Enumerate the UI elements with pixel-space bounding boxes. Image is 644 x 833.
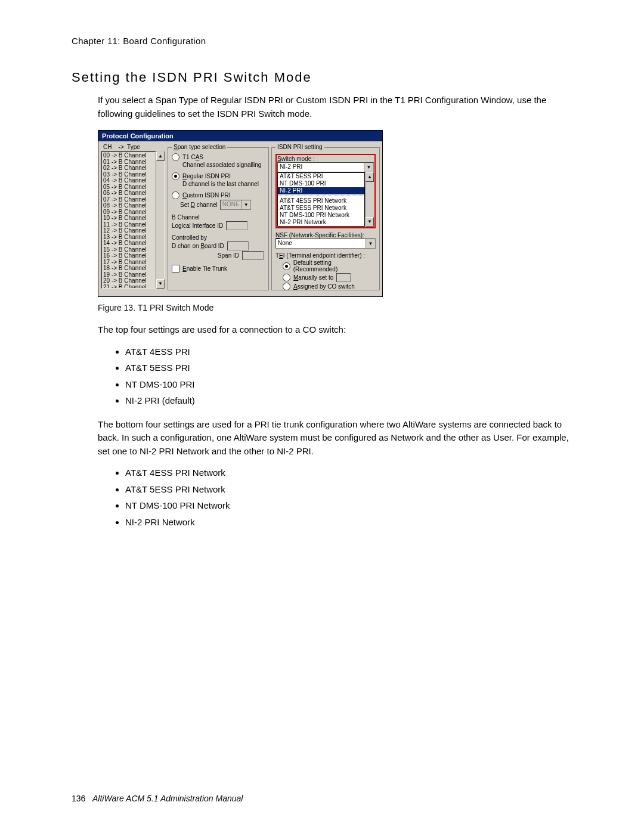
logical-id-input[interactable] [226,221,247,230]
nsf-label: NSF (Network-Specific Facilities): [275,232,376,239]
isdn-pri-legend: ISDN PRI setting [275,144,324,150]
regular-sub: D channel is the last channel [182,181,265,187]
radio-regular-isdn[interactable]: Regular ISDN PRI [172,172,265,180]
figure-caption: Figure 13. T1 PRI Switch Mode [98,303,572,312]
chapter-header: Chapter 11: Board Configuration [72,36,572,46]
list-item[interactable]: NT DMS-100 PRI Network [278,212,364,219]
list-item[interactable]: 02 -> B Channel [103,165,154,172]
logical-id-label: Logical Interface ID [172,222,223,229]
figure-dialog: Protocol Configuration CH -> Type 00 -> … [98,130,572,297]
scroll-down-icon[interactable]: ▼ [156,279,165,289]
list-item[interactable]: AT&T 5ESS PRI [278,173,364,180]
list-item[interactable]: 06 -> B Channel [103,190,154,197]
manual-title: AltiWare ACM 5.1 Administration Manual [92,794,243,803]
t1cas-sub: Channel associated signalling [182,162,265,168]
paragraph-top: The top four settings are used for a con… [98,323,572,337]
controlled-by-label: Controlled by [172,234,265,241]
radio-icon [283,283,290,290]
isdn-pri-group: ISDN PRI setting Switch mode : NI-2 PRI … [271,147,380,290]
list-item[interactable]: 10 -> B Channel [103,215,154,222]
scroll-up-icon[interactable]: ▲ [366,172,374,182]
list-item: AT&T 4ESS PRI [125,344,572,360]
chevron-down-icon: ▼ [242,200,250,209]
span-type-group: Span type selection T1 CAS Channel assoc… [168,147,269,290]
chevron-down-icon: ▼ [364,163,373,172]
tie-trunk-list: AT&T 4ESS PRI Network AT&T 5ESS PRI Netw… [113,465,572,529]
channel-listbox[interactable]: 00 -> B Channel 01 -> B Channel 02 -> B … [101,151,156,289]
list-item[interactable]: NI-2 PRI Network [278,219,364,226]
set-d-channel-label: Set D channel [180,202,218,208]
paragraph-bottom: The bottom four settings are used for a … [98,418,572,459]
tei-label: TEI (Terminal endpoint identifier) : [275,252,376,259]
bchannel-label: B Channel [172,214,265,221]
list-item[interactable]: 04 -> B Channel [103,178,154,184]
list-item[interactable]: 14 -> B Channel [103,240,154,247]
tei-manual-input[interactable] [336,273,351,282]
switch-mode-dropdown[interactable]: AT&T 5ESS PRI NT DMS-100 PRI NI-2 PRI AT… [277,172,365,227]
list-item[interactable]: 08 -> B Channel [103,203,154,209]
list-item[interactable]: 16 -> B Channel [103,253,154,259]
list-item: NI-2 PRI (default) [125,393,572,408]
span-id-input[interactable] [242,251,264,260]
switch-mode-highlight: Switch mode : NI-2 PRI ▼ AT&T 5ESS PRI N… [275,154,376,228]
scroll-up-icon[interactable]: ▲ [156,151,165,161]
list-item: NI-2 PRI Network [125,515,572,530]
chevron-down-icon: ▼ [366,239,375,248]
list-item: NT DMS-100 PRI [125,377,572,392]
dchan-board-input[interactable] [227,241,249,250]
co-switch-list: AT&T 4ESS PRI AT&T 5ESS PRI NT DMS-100 P… [113,344,572,408]
scroll-down-icon[interactable]: ▼ [366,217,374,227]
protocol-config-dialog: Protocol Configuration CH -> Type 00 -> … [98,130,383,297]
dropdown-scrollbar[interactable]: ▲ ▼ [365,172,374,227]
channel-list-header: CH -> Type [101,144,165,151]
list-item[interactable]: AT&T 4ESS PRI Network [278,196,364,205]
dchan-board-label: D chan on Board ID [172,243,224,249]
list-item[interactable]: 00 -> B Channel [103,153,154,159]
list-item[interactable]: 12 -> B Channel [103,228,154,234]
checkbox-icon [172,265,179,272]
list-item[interactable]: 20 -> B Channel [103,278,154,284]
dialog-title: Protocol Configuration [98,131,382,141]
section-title: Setting the ISDN PRI Switch Mode [72,70,572,85]
radio-tei-assigned[interactable]: Assigned by CO switch [283,283,376,290]
radio-icon [172,172,179,180]
list-item[interactable]: AT&T 5ESS PRI Network [278,205,364,212]
radio-t1cas[interactable]: T1 CAS [172,153,265,161]
channel-scrollbar[interactable]: ▲ ▼ [156,151,165,289]
list-item[interactable]: 21 -> B Channel [103,284,154,289]
section-intro: If you select a Span Type of Regular ISD… [98,94,572,120]
list-item: AT&T 4ESS PRI Network [125,465,572,481]
list-item[interactable]: NT DMS-100 PRI [278,180,364,187]
radio-tei-manual[interactable]: Manually set to [283,273,376,282]
enable-tie-trunk-checkbox[interactable]: Enable Tie Trunk [172,265,265,272]
set-d-channel-combo[interactable]: NONE ▼ [220,200,251,210]
span-id-label: Span ID [218,252,239,259]
radio-tei-default[interactable]: Default setting (Recommended) [283,259,376,272]
switch-mode-combo[interactable]: NI-2 PRI ▼ [277,162,374,172]
list-item: NT DMS-100 PRI Network [125,498,572,513]
list-item: AT&T 5ESS PRI [125,360,572,376]
span-type-legend: Span type selection [172,144,227,150]
radio-icon [283,274,290,281]
page-footer: 136 AltiWare ACM 5.1 Administration Manu… [72,794,243,803]
switch-mode-label: Switch mode : [277,156,374,162]
list-item[interactable]: 18 -> B Channel [103,265,154,272]
radio-icon [172,153,179,161]
list-item[interactable]: NI-2 PRI [278,187,364,194]
radio-icon [283,262,290,270]
radio-custom-isdn[interactable]: Custom ISDN PRI [172,191,265,199]
page-number: 136 [72,794,85,803]
nsf-combo[interactable]: None ▼ [275,239,376,249]
radio-icon [172,191,179,199]
list-item: AT&T 5ESS PRI Network [125,482,572,497]
